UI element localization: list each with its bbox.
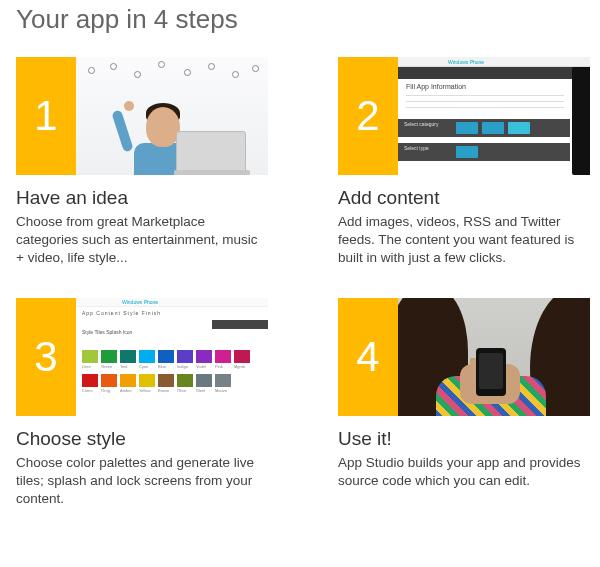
step-3-badge: 3 (16, 298, 76, 416)
step-3-heading: Choose style (16, 428, 268, 450)
idea-illustration (76, 57, 268, 175)
step-1: 1 Have an idea Choose from great Marketp… (16, 57, 268, 268)
step-2: Windows Phone Fill App Information Selec… (338, 57, 590, 268)
step-4-desc: App Studio builds your app and provides … (338, 454, 590, 490)
page-title: Your app in 4 steps (16, 4, 584, 35)
step-4: 4 Use it! App Studio builds your app and… (338, 298, 590, 509)
step-2-badge: 2 (338, 57, 398, 175)
step-1-thumbnail: 1 (16, 57, 268, 175)
step-3-desc: Choose color palettes and generate live … (16, 454, 268, 509)
step-2-desc: Add images, videos, RSS and Twitter feed… (338, 213, 590, 268)
step-2-thumbnail: Windows Phone Fill App Information Selec… (338, 57, 590, 175)
step-3: Windows Phone App Content Style Finish S… (16, 298, 268, 509)
step-1-badge: 1 (16, 57, 76, 175)
step-1-heading: Have an idea (16, 187, 268, 209)
content-form-illustration: Windows Phone Fill App Information Selec… (398, 57, 590, 175)
step-3-thumbnail: Windows Phone App Content Style Finish S… (16, 298, 268, 416)
step-2-heading: Add content (338, 187, 590, 209)
style-palette-illustration: Windows Phone App Content Style Finish S… (76, 298, 268, 416)
step-1-desc: Choose from great Marketplace categories… (16, 213, 268, 268)
step-4-thumbnail: 4 (338, 298, 590, 416)
steps-grid: 1 Have an idea Choose from great Marketp… (16, 57, 584, 508)
use-it-illustration (398, 298, 590, 416)
step-4-badge: 4 (338, 298, 398, 416)
step-4-heading: Use it! (338, 428, 590, 450)
